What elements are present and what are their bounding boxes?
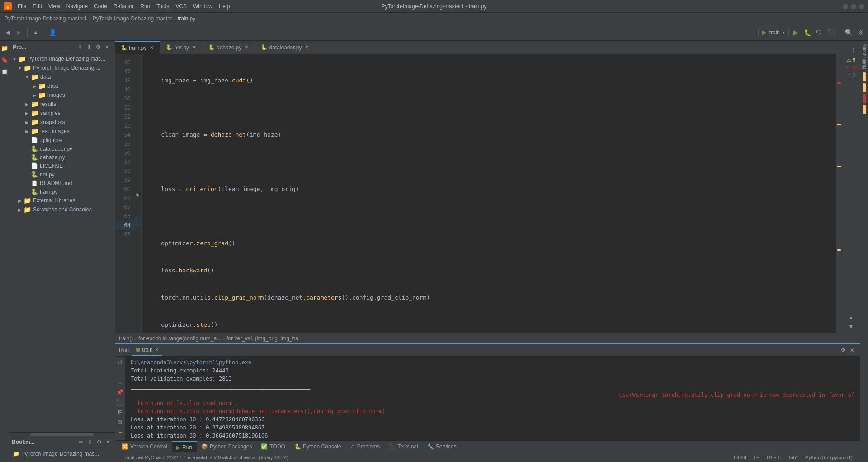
- sidebar-project-icon[interactable]: 📁: [1, 44, 8, 52]
- tree-item-readme[interactable]: 📋 README.md: [9, 179, 115, 187]
- nav-breadcrumb-3[interactable]: for iter_val, (img_orig, img_ha...: [226, 335, 303, 342]
- file-tabs-more[interactable]: ⋮: [846, 47, 860, 54]
- toolbar-stop-btn[interactable]: ⬛: [826, 28, 836, 38]
- code-content[interactable]: img_haze = img_haze.cuda() clean_image =…: [142, 54, 836, 333]
- sidebar-bookmark-icon[interactable]: 🔖: [1, 56, 8, 63]
- bottom-tab-services[interactable]: 🔧 Services: [423, 441, 461, 452]
- menu-file[interactable]: File: [14, 2, 29, 11]
- nav-breadcrumb-2[interactable]: for epoch in range(config.num_e...: [138, 335, 221, 342]
- tree-item-root[interactable]: ▼ 📁 PyTorch-Image-Dehazing-mas...: [9, 54, 115, 63]
- tree-item-snapshots[interactable]: ▶ 📁 snapshots: [9, 118, 115, 127]
- window-close[interactable]: [859, 4, 864, 9]
- tree-item-scratches[interactable]: ▶ 📁 Scratches and Consoles: [9, 205, 115, 214]
- project-pane-collapse-all[interactable]: ⬆: [85, 43, 93, 51]
- tree-item-dataloader[interactable]: 🐍 dataloader.py: [9, 144, 115, 153]
- bottom-tab-todo[interactable]: ✅ TODO: [256, 441, 289, 452]
- toolbar-debug-btn[interactable]: 🐛: [802, 28, 812, 38]
- run-output[interactable]: D:\Anaconda3\envs\pytorch1\python.exe To…: [125, 357, 860, 440]
- toolbar-settings-btn[interactable]: ⚙: [855, 28, 865, 38]
- project-pane-gear[interactable]: ⚙: [94, 43, 102, 51]
- menu-edit[interactable]: Edit: [29, 2, 45, 11]
- menu-window[interactable]: Window: [190, 2, 216, 11]
- editor-badge-down[interactable]: ▼: [848, 323, 855, 330]
- bookmarks-gear-btn[interactable]: ⚙: [95, 438, 103, 446]
- toolbar-search-btn[interactable]: 🔍: [844, 28, 854, 38]
- file-tab-close-train[interactable]: ✕: [148, 45, 155, 51]
- run-config-selector[interactable]: ▶ train ▾: [758, 28, 789, 37]
- toolbar-run-btn[interactable]: ▶: [791, 28, 801, 38]
- run-tab-close[interactable]: ✕: [155, 347, 159, 352]
- sidebar-structure-icon[interactable]: 🔲: [1, 68, 8, 75]
- run-restart-btn[interactable]: ↺: [116, 358, 124, 367]
- bottom-tab-problems[interactable]: ⚠ Problems: [346, 441, 385, 452]
- run-clear-btn[interactable]: ⊟: [116, 408, 124, 416]
- bookmarks-edit-btn[interactable]: ✏: [77, 438, 85, 446]
- tree-item-dehaze[interactable]: 🐍 dehaze.py: [9, 153, 115, 162]
- run-tab-train[interactable]: train ✕: [132, 344, 162, 356]
- run-panel-settings[interactable]: ⚙: [839, 346, 847, 354]
- file-tab-close-dehaze[interactable]: ✕: [243, 44, 250, 51]
- menu-navigate[interactable]: Navigate: [63, 2, 91, 11]
- tree-item-test_images[interactable]: ▶ 📁 test_images: [9, 127, 115, 136]
- file-tab-close-dataloader[interactable]: ✕: [304, 44, 310, 51]
- toolbar-back-btn[interactable]: ◀: [3, 28, 13, 38]
- status-indent[interactable]: Tab*: [784, 455, 802, 460]
- notifications-label[interactable]: Notifications: [862, 44, 867, 69]
- tree-item-data[interactable]: ▼ 📁 data: [9, 72, 115, 81]
- breadcrumb-item-1[interactable]: PyTorch-Image-Dehazing-master1: [5, 15, 87, 22]
- bookmarks-close-btn[interactable]: ✕: [104, 438, 112, 446]
- run-wrap-btn[interactable]: ⤷: [116, 428, 124, 436]
- menu-refactor[interactable]: Refactor: [110, 2, 137, 11]
- file-tab-dataloader[interactable]: 🐍 dataloader.py ✕: [255, 41, 316, 54]
- ok-badge[interactable]: ✓ 3: [847, 72, 855, 78]
- tree-item-results[interactable]: ▶ 📁 results: [9, 100, 115, 109]
- file-tab-net[interactable]: 🐍 net.py ✕: [160, 41, 203, 54]
- run-scroll-up-btn[interactable]: ↑: [116, 368, 124, 376]
- tree-item-license[interactable]: 📄 LICENSE: [9, 162, 115, 170]
- status-encoding[interactable]: UTF-8: [763, 455, 784, 460]
- warning-badge[interactable]: ⚠ 9: [847, 57, 855, 63]
- toolbar-coverage-btn[interactable]: 🛡: [814, 28, 824, 38]
- project-pane-close[interactable]: ✕: [103, 43, 111, 51]
- bottom-tab-version-control[interactable]: 🔀 Version Control: [117, 441, 172, 452]
- bottom-tab-terminal[interactable]: ⬛ Terminal: [384, 441, 422, 452]
- status-update-msg[interactable]: Localized PyCharm 2022.1.1 is available …: [119, 452, 292, 462]
- run-pin-btn[interactable]: 📌: [116, 388, 124, 396]
- toolbar-up-btn[interactable]: ▲: [31, 28, 41, 38]
- tree-item-gitignore[interactable]: 📄 .gitignore: [9, 136, 115, 144]
- menu-vcs[interactable]: VCS: [172, 2, 190, 11]
- nav-breadcrumb-1[interactable]: train(): [119, 335, 133, 342]
- bookmark-item-1[interactable]: 📁 PyTorch-Image-Dehazing-mas...: [13, 450, 111, 458]
- run-copy-btn[interactable]: ⧉: [116, 418, 124, 426]
- window-maximize[interactable]: [851, 4, 856, 9]
- bottom-tab-python-console[interactable]: 🐍 Python Console: [290, 441, 346, 452]
- toolbar-user-btn[interactable]: 👤: [47, 28, 57, 38]
- tree-item-extlibs[interactable]: ▶ 📁 External Libraries: [9, 196, 115, 205]
- tree-item-master[interactable]: ▼ 📁 PyTorch-Image-Dehazing-...: [9, 63, 115, 72]
- bookmarks-expand-btn[interactable]: ⬆: [86, 438, 94, 446]
- status-python[interactable]: Python 3.7 (pytorch1): [802, 455, 856, 460]
- editor-badge-up[interactable]: ▲: [848, 314, 855, 321]
- tree-item-images[interactable]: ▶ 📁 images: [9, 90, 115, 100]
- menu-help[interactable]: Help: [216, 2, 233, 11]
- tree-item-data-sub[interactable]: ▶ 📁 data: [9, 81, 115, 90]
- run-stop-btn[interactable]: ⬛: [116, 398, 124, 406]
- menu-view[interactable]: View: [45, 2, 63, 11]
- status-position[interactable]: 64:69: [730, 455, 750, 460]
- bottom-tab-run[interactable]: ▶ Run: [172, 441, 197, 452]
- window-minimize[interactable]: [843, 4, 848, 9]
- file-tab-train[interactable]: 🐍 train.py ✕: [115, 41, 160, 54]
- tree-scrollbar[interactable]: [9, 432, 115, 436]
- toolbar-forward-btn[interactable]: ▶: [14, 28, 24, 38]
- file-tab-dehaze[interactable]: 🐍 dehaze.py ✕: [203, 41, 255, 54]
- status-linesep[interactable]: LF: [750, 455, 763, 460]
- tree-item-samples[interactable]: ▶ 📁 samples: [9, 109, 115, 118]
- error-badge[interactable]: ⚠ 12: [845, 65, 857, 71]
- breadcrumb-item-3[interactable]: train.py: [178, 15, 195, 22]
- tree-item-netpy[interactable]: 🐍 net.py: [9, 170, 115, 179]
- menu-tools[interactable]: Tools: [153, 2, 172, 11]
- breadcrumb-item-2[interactable]: PyTorch-Image-Dehazing-master: [93, 15, 172, 22]
- run-scroll-down-btn[interactable]: ↓: [116, 378, 124, 386]
- tree-item-trainpy[interactable]: 🐍 train.py: [9, 187, 115, 196]
- bottom-tab-python-packages[interactable]: 📦 Python Packages: [197, 441, 256, 452]
